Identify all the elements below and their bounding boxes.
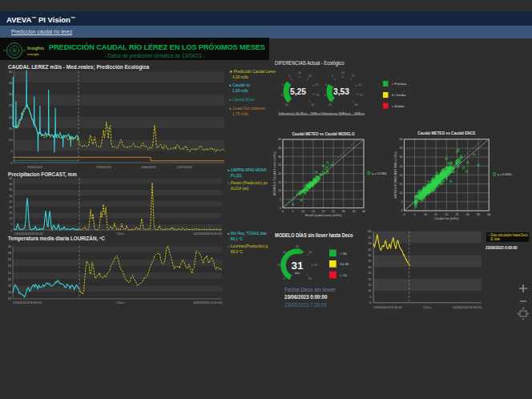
svg-text:60: 60 [368, 229, 372, 233]
svg-text:25: 25 [368, 271, 372, 275]
svg-text:0: 0 [401, 209, 402, 212]
svg-text:40: 40 [278, 138, 281, 141]
svg-text:30: 30 [9, 92, 13, 96]
svg-text:15: 15 [308, 75, 312, 78]
svg-text:10: 10 [298, 71, 301, 75]
svg-text:35: 35 [9, 187, 12, 191]
svg-text:40: 40 [9, 70, 13, 74]
svg-text:10: 10 [278, 189, 281, 192]
svg-text:25: 25 [278, 163, 281, 167]
svg-text:10: 10 [301, 210, 304, 213]
svg-text:30: 30 [354, 103, 357, 107]
svg-text:40: 40 [487, 213, 490, 216]
svg-text:20: 20 [399, 174, 402, 177]
svg-text:25: 25 [360, 94, 363, 97]
svg-text:30: 30 [296, 245, 299, 248]
svg-text:14: 14 [8, 296, 12, 300]
svg-text:35: 35 [477, 213, 480, 216]
svg-text:40: 40 [399, 138, 402, 141]
svg-text:0: 0 [282, 210, 284, 213]
svg-text:35: 35 [278, 147, 281, 150]
svg-text:0: 0 [282, 83, 284, 87]
svg-text:25: 25 [9, 103, 13, 107]
svg-text:> Positiva: > Positiva [392, 82, 407, 86]
svg-text:20: 20 [368, 277, 372, 281]
svg-text:30: 30 [466, 213, 470, 216]
svg-text:15: 15 [352, 75, 355, 78]
svg-text:0: 0 [369, 300, 372, 304]
svg-text:> 30: > 30 [340, 252, 347, 256]
svg-text:5: 5 [10, 149, 13, 153]
svg-text:50: 50 [368, 241, 372, 245]
svg-text:0: 0 [403, 213, 405, 216]
svg-text:5: 5 [288, 75, 290, 78]
svg-text:Caudal rio (m3/s): Caudal rio (m3/s) [434, 216, 459, 220]
svg-text:14/09/2023 4:00:00: 14/09/2023 4:00:00 [193, 300, 223, 304]
svg-text:5: 5 [332, 75, 333, 78]
svg-text:20: 20 [322, 210, 325, 213]
svg-text:Caudal METEO vs Caudal MODELO: Caudal METEO vs Caudal MODELO [292, 131, 356, 136]
svg-text:0: 0 [325, 83, 327, 87]
svg-text:15: 15 [278, 181, 281, 184]
svg-text:< 10: < 10 [340, 273, 347, 277]
svg-text:-10: -10 [328, 103, 332, 107]
svg-text:15: 15 [434, 213, 437, 216]
svg-text:20: 20 [9, 115, 13, 119]
svg-text:5: 5 [369, 295, 372, 299]
svg-text:50: 50 [314, 264, 317, 267]
svg-text:20: 20 [315, 83, 318, 87]
svg-text:Caudal METEO vs Caudal ENCE: Caudal METEO vs Caudal ENCE [417, 131, 475, 135]
svg-text:30: 30 [399, 155, 402, 159]
svg-text:10: 10 [9, 138, 13, 142]
svg-text:25: 25 [332, 210, 335, 213]
svg-text:35: 35 [352, 210, 355, 213]
svg-text:30: 30 [9, 194, 13, 198]
svg-text:30: 30 [311, 103, 314, 107]
svg-text:20: 20 [445, 213, 448, 216]
svg-text:Real/Caudal Lerez (m3/s): Real/Caudal Lerez (m3/s) [305, 213, 342, 217]
svg-text:40: 40 [9, 182, 13, 186]
svg-text:20: 20 [358, 83, 361, 87]
svg-text:15: 15 [312, 210, 315, 213]
svg-text:5,25: 5,25 [290, 87, 306, 96]
svg-text:10: 10 [399, 191, 402, 195]
svg-text:energia: energia [27, 52, 39, 56]
svg-text:24: 24 [8, 264, 12, 268]
svg-text:-5: -5 [324, 94, 326, 97]
svg-text:10: 10 [341, 71, 345, 75]
svg-text:26: 26 [8, 257, 11, 261]
svg-text:MODELO Caudal Lerez (m3/s): MODELO Caudal Lerez (m3/s) [272, 151, 276, 195]
svg-text:10: 10 [424, 213, 427, 216]
svg-text:30: 30 [278, 155, 281, 159]
svg-text:10: 10 [368, 288, 372, 292]
svg-text:-5: -5 [280, 94, 283, 97]
svg-text:35: 35 [368, 259, 372, 263]
svg-text:30: 30 [342, 210, 345, 213]
svg-text:45: 45 [368, 248, 372, 252]
svg-text:3,53: 3,53 [333, 87, 349, 96]
svg-text:35: 35 [9, 81, 13, 85]
svg-text:25: 25 [399, 165, 402, 168]
svg-text:28: 28 [8, 251, 11, 255]
svg-text:16: 16 [8, 290, 11, 294]
svg-text:25: 25 [456, 213, 459, 216]
svg-text:0 / media: 0 / media [392, 93, 406, 97]
svg-text:0: 0 [280, 207, 281, 210]
svg-text:CDía: CDía [423, 305, 431, 309]
svg-text:METEO FORECAST MIN (m3/s): METEO FORECAST MIN (m3/s) [393, 151, 397, 199]
svg-text:30: 30 [368, 265, 372, 269]
svg-text:25: 25 [9, 200, 12, 204]
svg-text:55: 55 [368, 236, 372, 240]
svg-text:20: 20 [278, 172, 281, 175]
svg-text:30: 30 [8, 244, 12, 248]
svg-text:20: 20 [9, 205, 13, 209]
svg-text:22: 22 [8, 271, 11, 275]
svg-text:10: 10 [277, 264, 280, 267]
svg-text:40: 40 [368, 253, 372, 257]
svg-text:Diferencia GL/Eco - Gl/Eco: Diferencia GL/Eco - Gl/Eco [279, 111, 321, 115]
svg-text:18: 18 [8, 284, 11, 288]
svg-text:14/09/2023 8:05:05: 14/09/2023 8:05:05 [453, 305, 482, 309]
svg-text:10: 10 [9, 216, 13, 220]
svg-text:20: 20 [8, 277, 12, 281]
svg-text:0: 0 [284, 277, 285, 280]
